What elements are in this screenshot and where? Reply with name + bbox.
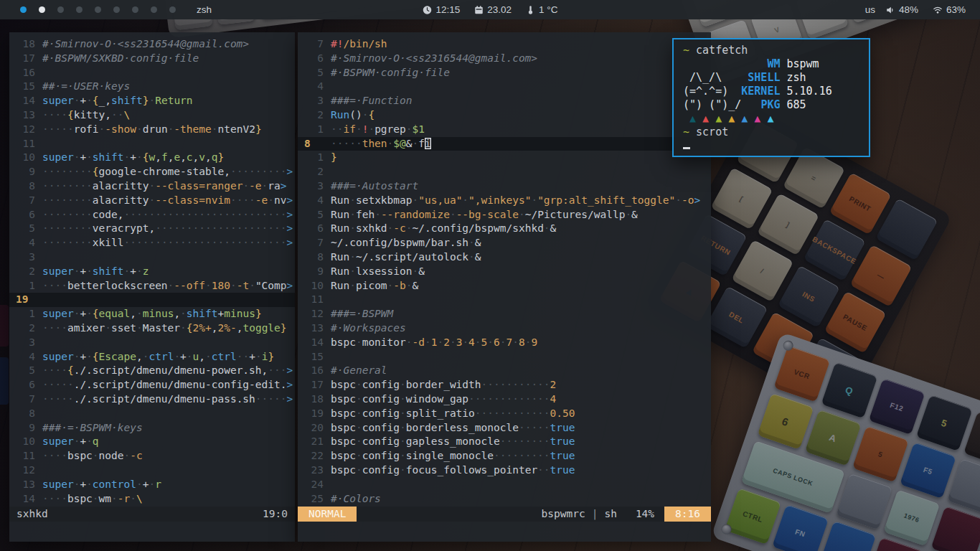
code-line: 11 (298, 293, 711, 307)
left-editor-buffer[interactable]: 18#·Smirnov-O·<ss2316544@gmail.com>17#·B… (9, 32, 295, 506)
workspace-dot-8[interactable] (151, 6, 157, 13)
line-number: 1 (9, 307, 42, 321)
code-line: 19bspc·config·split_ratio············0.5… (298, 407, 711, 421)
code-line: 2Run()·{ (298, 108, 711, 123)
line-number: 23 (298, 463, 331, 478)
code-line: 1} (298, 151, 711, 165)
fetch-line: ~ scrot (683, 126, 869, 139)
right-editor-buffer[interactable]: 7#!/bin/sh6#·Smirnov-O·<ss2316544@gmail.… (298, 32, 711, 506)
line-number: 1 (298, 151, 331, 165)
catfetch-terminal-window[interactable]: ~ catfetch WM bspwm /\_/\ SHELL zsh(=^.^… (672, 38, 870, 157)
line-number: 4 (9, 350, 42, 364)
workspace-dot-9[interactable] (169, 6, 176, 13)
date-module: 23.02 (473, 4, 512, 15)
code-line: 4super·+·{Escape,·ctrl·+·u,·ctrl··+·i} (9, 350, 295, 364)
fetch-line: ▲ ▲ ▲ ▲ ▲ ▲ ▲ (683, 112, 869, 126)
line-number: 8 (298, 137, 331, 151)
code-line: 6#·Smirnov-O·<ss2316544@gmail.com> (298, 52, 711, 66)
code-line: 5········veracrypt,·····················… (9, 222, 295, 236)
code-line: 8········alacritty·--class=ranger·-e·ra> (9, 179, 295, 194)
line-number: 3 (298, 179, 331, 194)
code-line: 17#·BSPWM/SXKBD·config·file (9, 52, 295, 66)
line-number: 24 (298, 478, 331, 492)
code-line: 16#·General (298, 364, 711, 378)
code-line: 1··if·!·pgrep·$1 (298, 123, 711, 137)
line-number: 9 (298, 265, 331, 279)
line-number: 5 (9, 364, 42, 378)
line-number: 3 (9, 250, 42, 265)
line-number: 7 (9, 392, 42, 407)
code-line: 20bspc·config·borderless_monocle·····tru… (298, 421, 711, 435)
line-number: 16 (298, 364, 331, 378)
code-line: 9###·=·BSPWM·keys (9, 421, 295, 435)
line-number: 19 (298, 407, 331, 421)
line-number: 11 (9, 137, 42, 151)
line-number: 8 (298, 250, 331, 265)
left-terminal-window[interactable]: 18#·Smirnov-O·<ss2316544@gmail.com>17#·B… (9, 32, 295, 542)
left-status-position: 19:0 (255, 507, 295, 522)
wifi-module[interactable]: 63% (933, 4, 966, 15)
line-number: 19 (9, 293, 42, 307)
code-line: 2super·+·shift·+·z (9, 265, 295, 279)
line-number: 11 (9, 449, 42, 463)
line-number: 9 (9, 165, 42, 179)
workspace-dot-2[interactable] (39, 6, 45, 13)
workspace-dot-3[interactable] (57, 6, 64, 13)
line-number: 6 (298, 222, 331, 236)
code-line: 21bspc·config·gapless_monocle········tru… (298, 435, 711, 449)
fetch-line (683, 139, 869, 153)
right-terminal-window[interactable]: 7#!/bin/sh6#·Smirnov-O·<ss2316544@gmail.… (298, 32, 711, 542)
code-line: 4 (298, 80, 711, 94)
code-line: 4Run·setxkbmap·"us,ua"·",winkeys"·"grp:a… (298, 194, 711, 208)
left-status-app: sxhkd (9, 507, 55, 522)
fetch-line: WM bspwm (683, 57, 869, 71)
code-line: 6········code,··························… (9, 208, 295, 222)
calendar-icon (473, 5, 484, 15)
thermometer-icon (525, 5, 535, 15)
line-number: 14 (298, 336, 331, 350)
workspace-dot-1[interactable] (20, 6, 27, 13)
line-number: 1 (9, 279, 42, 293)
workspace-dot-5[interactable] (95, 6, 101, 13)
workspace-dot-6[interactable] (113, 6, 120, 13)
line-number: 13 (9, 108, 42, 123)
right-statusline: NORMAL bspwmrc | sh 14% 8:16 (298, 507, 711, 522)
workspace-dot-4[interactable] (76, 6, 83, 13)
workspace-dot-7[interactable] (132, 6, 138, 13)
line-number: 14 (9, 94, 42, 108)
date-value: 23.02 (487, 4, 512, 15)
line-number: 6 (9, 378, 42, 392)
line-number: 2 (298, 165, 331, 179)
code-line: 13#·Workspaces (298, 321, 711, 336)
code-line: 15##·=·USER·keys (9, 80, 295, 94)
code-line: 3###=·Function (298, 94, 711, 108)
code-line: 3###=·Autostart (298, 179, 711, 194)
keyboard-layout[interactable]: us (865, 4, 875, 15)
code-line: 13····{kitty,··\ (9, 108, 295, 123)
workspace-indicators[interactable] (20, 6, 176, 13)
line-number: 18 (9, 37, 42, 52)
line-number: 2 (9, 321, 42, 336)
right-status-filetype: sh (604, 507, 616, 522)
vim-mode-badge: NORMAL (298, 507, 357, 522)
code-line: 1····betterlockscreen·--off·180·-t·"Comp… (9, 279, 295, 293)
line-number: 6 (298, 52, 331, 66)
code-line: 10super·+·shift·+·{w,f,e,c,v,q} (9, 151, 295, 165)
line-number: 12 (298, 307, 331, 321)
code-line: 6Run·sxhkd·-c·~/.config/bspwm/sxhkd·& (298, 222, 711, 236)
line-number: 12 (9, 123, 42, 137)
volume-icon (885, 5, 895, 15)
code-line: 5#·BSPWM·config·file (298, 66, 711, 80)
line-number: 10 (298, 279, 331, 293)
line-number: 8 (9, 179, 42, 194)
code-line: 10Run·picom·-b·& (298, 279, 711, 293)
code-line: 7~/.config/bspwm/bar.sh·& (298, 236, 711, 250)
line-number: 4 (9, 236, 42, 250)
line-number: 7 (298, 236, 331, 250)
code-line: 23bspc·config·focus_follows_pointer··tru… (298, 463, 711, 478)
code-line: 7#!/bin/sh (298, 37, 711, 52)
code-line: 12###=·BSPWM (298, 307, 711, 321)
line-number: 1 (298, 123, 331, 137)
line-number: 4 (298, 194, 331, 208)
volume-module[interactable]: 48% (885, 4, 918, 15)
